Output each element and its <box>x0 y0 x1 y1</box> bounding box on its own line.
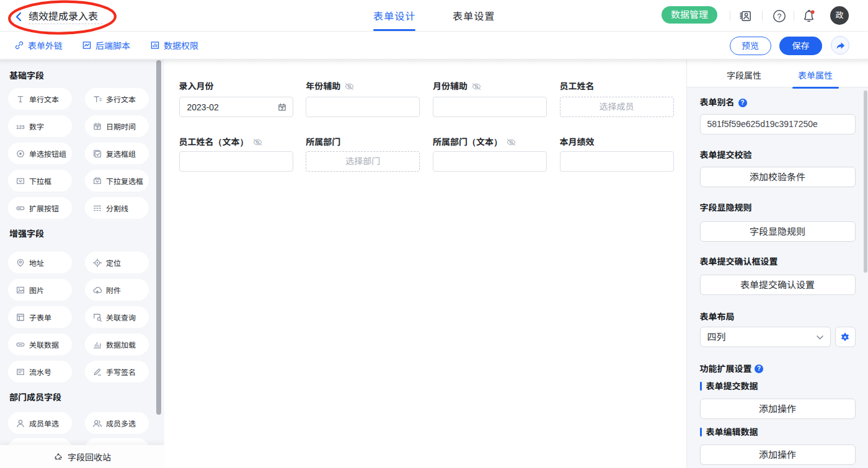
svg-text:?: ? <box>777 12 781 21</box>
svg-text:123: 123 <box>16 124 25 130</box>
